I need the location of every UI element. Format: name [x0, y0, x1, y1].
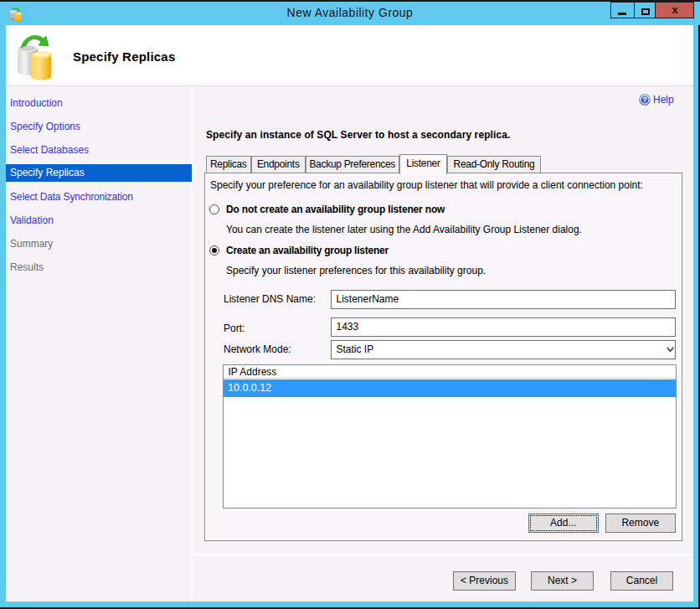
svg-text:?: ? [642, 95, 647, 104]
